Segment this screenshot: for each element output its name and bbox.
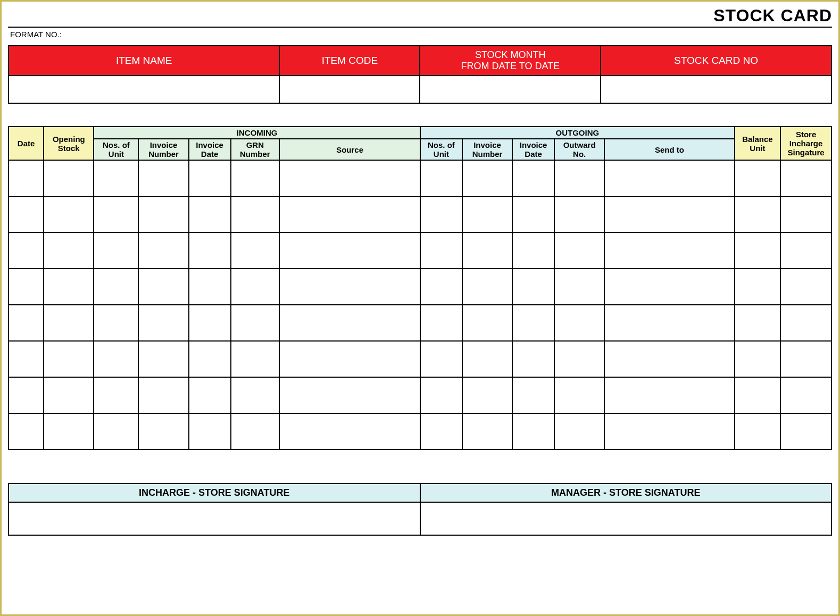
table-cell[interactable]	[189, 160, 231, 196]
table-cell[interactable]	[279, 341, 420, 377]
table-cell[interactable]	[279, 160, 420, 196]
table-cell[interactable]	[9, 341, 44, 377]
table-cell[interactable]	[512, 196, 554, 232]
table-cell[interactable]	[462, 377, 512, 413]
table-cell[interactable]	[780, 160, 831, 196]
table-cell[interactable]	[420, 413, 462, 449]
table-cell[interactable]	[9, 305, 44, 341]
table-cell[interactable]	[420, 232, 462, 269]
table-cell[interactable]	[780, 413, 831, 449]
table-cell[interactable]	[44, 196, 94, 232]
table-cell[interactable]	[9, 377, 44, 413]
table-cell[interactable]	[604, 232, 734, 269]
table-cell[interactable]	[512, 341, 554, 377]
table-cell[interactable]	[420, 160, 462, 196]
table-cell[interactable]	[44, 232, 94, 269]
table-cell[interactable]	[780, 232, 831, 269]
table-cell[interactable]	[780, 269, 831, 305]
table-cell[interactable]	[279, 196, 420, 232]
table-cell[interactable]	[138, 232, 188, 269]
table-cell[interactable]	[554, 377, 604, 413]
table-cell[interactable]	[735, 196, 781, 232]
table-cell[interactable]	[512, 413, 554, 449]
table-cell[interactable]	[780, 341, 831, 377]
table-cell[interactable]	[138, 305, 188, 341]
table-cell[interactable]	[94, 341, 138, 377]
table-cell[interactable]	[462, 196, 512, 232]
table-cell[interactable]	[462, 160, 512, 196]
table-cell[interactable]	[138, 413, 188, 449]
table-cell[interactable]	[94, 232, 138, 269]
table-cell[interactable]	[735, 160, 781, 196]
table-cell[interactable]	[554, 341, 604, 377]
table-cell[interactable]	[420, 196, 462, 232]
table-cell[interactable]	[462, 269, 512, 305]
table-cell[interactable]	[735, 305, 781, 341]
table-cell[interactable]	[138, 160, 188, 196]
table-cell[interactable]	[604, 305, 734, 341]
table-cell[interactable]	[554, 232, 604, 269]
table-cell[interactable]	[189, 413, 231, 449]
table-cell[interactable]	[780, 377, 831, 413]
table-cell[interactable]	[420, 341, 462, 377]
table-cell[interactable]	[735, 377, 781, 413]
table-cell[interactable]	[735, 269, 781, 305]
table-cell[interactable]	[138, 269, 188, 305]
table-cell[interactable]	[420, 377, 462, 413]
table-cell[interactable]	[279, 232, 420, 269]
table-cell[interactable]	[604, 196, 734, 232]
table-cell[interactable]	[554, 160, 604, 196]
table-cell[interactable]	[231, 232, 280, 269]
table-cell[interactable]	[94, 196, 138, 232]
table-cell[interactable]	[231, 377, 280, 413]
table-cell[interactable]	[554, 305, 604, 341]
table-cell[interactable]	[231, 160, 280, 196]
table-cell[interactable]	[189, 196, 231, 232]
table-cell[interactable]	[554, 196, 604, 232]
table-cell[interactable]	[231, 413, 280, 449]
table-cell[interactable]	[554, 413, 604, 449]
table-cell[interactable]	[231, 305, 280, 341]
table-cell[interactable]	[780, 305, 831, 341]
table-cell[interactable]	[279, 377, 420, 413]
table-cell[interactable]	[44, 377, 94, 413]
table-cell[interactable]	[420, 269, 462, 305]
table-cell[interactable]	[604, 160, 734, 196]
table-cell[interactable]	[189, 305, 231, 341]
table-cell[interactable]	[9, 269, 44, 305]
table-cell[interactable]	[9, 160, 44, 196]
value-item-name[interactable]	[9, 76, 279, 103]
table-cell[interactable]	[94, 413, 138, 449]
table-cell[interactable]	[735, 232, 781, 269]
table-cell[interactable]	[462, 341, 512, 377]
table-cell[interactable]	[138, 196, 188, 232]
table-cell[interactable]	[512, 160, 554, 196]
table-cell[interactable]	[604, 377, 734, 413]
table-cell[interactable]	[279, 305, 420, 341]
table-cell[interactable]	[604, 341, 734, 377]
table-cell[interactable]	[231, 196, 280, 232]
table-cell[interactable]	[44, 341, 94, 377]
table-cell[interactable]	[189, 341, 231, 377]
table-cell[interactable]	[94, 305, 138, 341]
table-cell[interactable]	[279, 269, 420, 305]
table-cell[interactable]	[512, 269, 554, 305]
table-cell[interactable]	[512, 377, 554, 413]
signature-manager-cell[interactable]	[420, 502, 832, 535]
table-cell[interactable]	[604, 269, 734, 305]
value-card-no[interactable]	[601, 76, 831, 103]
table-cell[interactable]	[189, 377, 231, 413]
table-cell[interactable]	[44, 413, 94, 449]
table-cell[interactable]	[462, 232, 512, 269]
table-cell[interactable]	[512, 232, 554, 269]
table-cell[interactable]	[735, 341, 781, 377]
table-cell[interactable]	[189, 232, 231, 269]
table-cell[interactable]	[44, 269, 94, 305]
table-cell[interactable]	[231, 269, 280, 305]
table-cell[interactable]	[604, 413, 734, 449]
table-cell[interactable]	[138, 377, 188, 413]
table-cell[interactable]	[462, 413, 512, 449]
table-cell[interactable]	[554, 269, 604, 305]
table-cell[interactable]	[735, 413, 781, 449]
table-cell[interactable]	[231, 341, 280, 377]
